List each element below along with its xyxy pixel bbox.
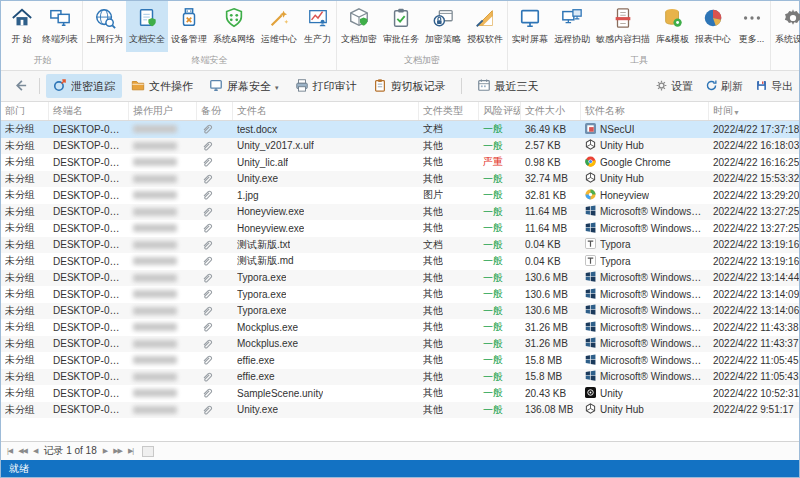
filter-caret-icon[interactable]: ▼	[733, 106, 740, 117]
cell-backup	[197, 220, 233, 237]
table-row[interactable]: 未分组DESKTOP-0VIDMDJtest.docx文档一般36.49 KBN…	[1, 121, 799, 138]
approval-task-icon	[390, 5, 412, 31]
table-row[interactable]: 未分组DESKTOP-0VIDMDJHoneyview.exe其他一般11.64…	[1, 204, 799, 221]
cell-backup	[197, 352, 233, 369]
cell-dept: 未分组	[1, 171, 49, 188]
cell-terminal: DESKTOP-0VIDMDJ	[49, 138, 129, 155]
toolbar-item-screen-security[interactable]: 屏幕安全▾	[202, 74, 286, 98]
ribbon-item-doc-encrypt[interactable]: 文档加密	[338, 1, 380, 52]
table-row[interactable]: 未分组DESKTOP-0VIDMDJHoneyview.exe其他一般11.64…	[1, 220, 799, 237]
ribbon-item-terminal-list[interactable]: 终端列表	[39, 1, 81, 52]
table-row[interactable]: 未分组DESKTOP-0VIDMDJUnity_lic.alf其他严重0.98 …	[1, 154, 799, 171]
table-row[interactable]: 未分组DESKTOP-0VIDMDJSampleScene.unity其他一般2…	[1, 385, 799, 402]
cell-text: DESKTOP-0VIDMDJ	[53, 223, 125, 234]
column-header-4[interactable]: 备份	[197, 102, 233, 120]
cell-size: 20.43 KB	[521, 385, 581, 402]
table-row[interactable]: 未分组DESKTOP-0VIDMDJUnity_v2017.x.ulf其他一般2…	[1, 138, 799, 155]
cell-size: 31.26 MB	[521, 319, 581, 336]
risk-badge: 一般	[483, 205, 503, 219]
ribbon-item-authorized-software[interactable]: 授权软件	[464, 1, 506, 52]
table-row[interactable]: 未分组DESKTOP-0VIDMDJMockplus.exe其他一般31.26 …	[1, 319, 799, 336]
table-row[interactable]: 未分组DESKTOP-0VIDMDJeffie.exe其他一般15.8 MBMi…	[1, 369, 799, 386]
table-row[interactable]: 未分组DESKTOP-0VIDMDJTypora.exe其他一般130.6 MB…	[1, 270, 799, 287]
toolbar-item-print-audit[interactable]: 打印审计	[288, 74, 364, 98]
first-page-button[interactable]: |◀	[7, 447, 12, 455]
risk-badge: 一般	[483, 122, 503, 136]
ribbon-item-productivity[interactable]: 生产力	[300, 1, 335, 52]
pager-resize-handle[interactable]	[142, 446, 154, 457]
toolbar-item-leak-trace[interactable]: 泄密追踪	[46, 74, 122, 98]
table-row[interactable]: 未分组DESKTOP-0VIDMDJeffie.exe其他一般15.8 MBMi…	[1, 352, 799, 369]
leak-trace-icon	[53, 78, 67, 94]
table-row[interactable]: 未分组DESKTOP-0VIDMDJ1.jpg图片一般32.81 KBHoney…	[1, 187, 799, 204]
cell-risk: 严重	[479, 154, 521, 171]
ribbon-item-library-template[interactable]: 库&模板	[653, 1, 692, 52]
ribbon-item-sensitive-scan[interactable]: 敏感内容扫描	[593, 1, 653, 52]
cell-text: effie.exe	[237, 371, 275, 382]
ribbon-item-approval-task[interactable]: 审批任务	[380, 1, 422, 52]
ribbon-item-internet-behavior[interactable]: 上网行为	[84, 1, 126, 52]
ribbon-item-remote-assist[interactable]: 远程协助	[551, 1, 593, 52]
column-header-9[interactable]: 软件名称	[581, 102, 709, 120]
column-header-8[interactable]: 文件大小	[521, 102, 581, 120]
table-row[interactable]: 未分组DESKTOP-0VIDMDJTypora.exe其他一般130.6 MB…	[1, 303, 799, 320]
column-header-7[interactable]: 风险评级	[479, 102, 521, 120]
column-header-label: 文件大小	[525, 104, 565, 118]
table-row[interactable]: 未分组DESKTOP-0VIDMDJ测试新版.md其他一般0.04 KBTypo…	[1, 253, 799, 270]
column-header-5[interactable]: 文件名	[233, 102, 419, 120]
screen-security-icon	[209, 78, 223, 94]
ribbon-item-label: 实时屏幕	[512, 33, 548, 46]
unity-icon	[585, 387, 596, 400]
table-row[interactable]: 未分组DESKTOP-0VIDMDJ测试新版.txt文档一般0.04 KBTyp…	[1, 237, 799, 254]
toolbar-right-refresh[interactable]: 刷新	[705, 79, 743, 94]
ribbon-item-encrypt-policy[interactable]: 加密策略	[422, 1, 464, 52]
table-row[interactable]: 未分组DESKTOP-0VIDMDJUnity.exe其他一般136.08 MB…	[1, 402, 799, 419]
toolbar-item-clipboard-record[interactable]: 剪切板记录	[366, 74, 453, 98]
back-arrow-icon	[13, 78, 28, 95]
cell-text: 32.81 KB	[525, 190, 566, 201]
cell-app: Unity	[581, 385, 709, 402]
toolbar-item-label: 打印审计	[313, 79, 357, 94]
ribbon-item-ops-center[interactable]: 运维中心	[258, 1, 300, 52]
file-table: 部门终端名操作用户备份文件名文件类型风险评级文件大小软件名称时间▼ 未分组DES…	[1, 102, 799, 441]
column-header-2[interactable]: 终端名	[49, 102, 129, 120]
operator-user-redacted	[133, 307, 177, 315]
table-row[interactable]: 未分组DESKTOP-0VIDMDJMockplus.exe其他一般31.26 …	[1, 336, 799, 353]
time-value: 2022/4/22 13:27:25	[713, 206, 799, 217]
cell-user	[129, 336, 197, 353]
ribbon-group-items: 实时屏幕远程协助敏感内容扫描库&模板报表中心更多...	[509, 1, 769, 52]
fast-prev-button[interactable]: ◀◀	[18, 447, 27, 455]
last-page-button[interactable]: ▶|	[128, 447, 133, 455]
column-header-1[interactable]: 部门	[1, 102, 49, 120]
toolbar-right-settings-gear[interactable]: 设置	[655, 79, 693, 94]
column-header-6[interactable]: 文件类型	[419, 102, 479, 120]
ribbon-item-device-management[interactable]: 设备管理	[168, 1, 210, 52]
toolbar-right-export[interactable]: 导出	[755, 79, 793, 94]
column-header-10[interactable]: 时间▼	[709, 102, 799, 120]
cell-risk: 一般	[479, 336, 521, 353]
column-header-3[interactable]: 操作用户	[129, 102, 197, 120]
ribbon-item-system-settings[interactable]: 系统设置	[772, 1, 800, 52]
back-button[interactable]	[7, 75, 33, 97]
table-row[interactable]: 未分组DESKTOP-0VIDMDJUnity.exe其他一般32.74 MBU…	[1, 171, 799, 188]
time-value: 2022/4/22 13:14:09	[713, 289, 799, 300]
toolbar-item-calendar[interactable]: 最近三天	[470, 74, 546, 98]
toolbar-item-file-operation[interactable]: 文件操作	[124, 74, 200, 98]
ribbon-item-home[interactable]: 开 始	[4, 1, 39, 52]
ribbon-item-document-security[interactable]: 文档安全	[126, 1, 168, 52]
toolbar-item-label: 剪切板记录	[391, 79, 446, 94]
time-value: 2022/4/22 13:14:06	[713, 305, 799, 316]
ribbon-item-system-network[interactable]: 系统&网络	[210, 1, 258, 52]
prev-page-button[interactable]: ◀	[33, 447, 37, 455]
ribbon-item-more[interactable]: 更多...	[734, 1, 769, 52]
ribbon-item-realtime-screen[interactable]: 实时屏幕	[509, 1, 551, 52]
cell-user	[129, 171, 197, 188]
cell-text: Unity.exe	[237, 173, 278, 184]
fast-next-button[interactable]: ▶▶	[113, 447, 122, 455]
column-header-label: 部门	[5, 104, 25, 118]
ribbon-item-report-center[interactable]: 报表中心	[692, 1, 734, 52]
next-page-button[interactable]: ▶	[103, 447, 107, 455]
cell-backup	[197, 204, 233, 221]
table-row[interactable]: 未分组DESKTOP-0VIDMDJTypora.exe其他一般130.6 MB…	[1, 286, 799, 303]
operator-user-redacted	[133, 323, 177, 331]
